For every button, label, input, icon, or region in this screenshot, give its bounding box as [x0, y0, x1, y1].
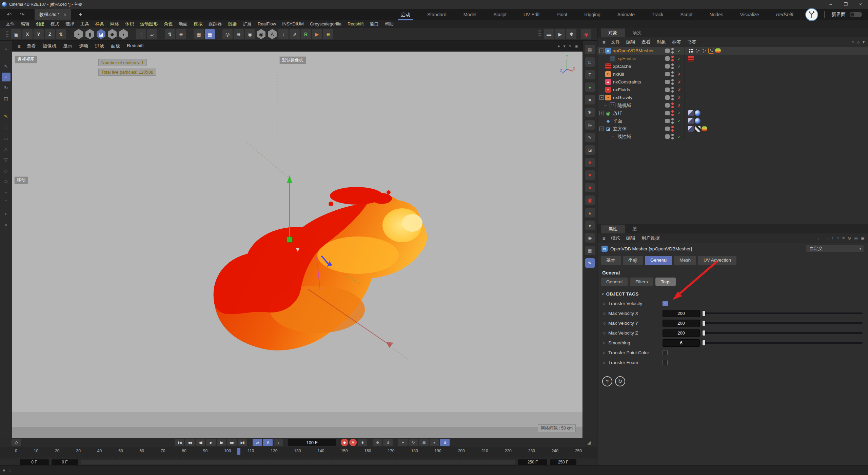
layout-tab-nodes[interactable]: Nodes — [701, 9, 731, 20]
transfer-arrows-icon[interactable]: ⇗ — [290, 29, 300, 39]
param-slider[interactable] — [704, 332, 863, 334]
attr-tab-layers[interactable]: 层 — [625, 225, 645, 233]
spline-gear-icon[interactable]: ⊕ — [234, 29, 244, 39]
vp-menu-options[interactable]: 选项 — [76, 43, 92, 49]
expand-toggle[interactable] — [599, 103, 608, 108]
object-tag-icon[interactable] — [695, 118, 701, 124]
object-name[interactable]: 立方体 — [613, 126, 627, 132]
visibility-dots[interactable] — [671, 48, 674, 54]
editor-visibility-dot[interactable] — [671, 71, 674, 74]
spacer[interactable] — [368, 439, 372, 446]
expand-toggle[interactable] — [599, 49, 604, 53]
object-tag-icon[interactable] — [708, 48, 714, 54]
object-tag-icon[interactable] — [702, 126, 707, 132]
visibility-dots[interactable] — [671, 79, 674, 85]
render-visibility-dot[interactable] — [671, 129, 674, 132]
layout-tab-track[interactable]: Track — [643, 9, 672, 20]
layer-chip[interactable] — [665, 80, 670, 84]
strip-sphere-icon[interactable]: ● — [585, 221, 595, 230]
om-menu-tags[interactable]: 标签 — [669, 39, 684, 45]
layout-tab-model[interactable]: Model — [455, 9, 485, 20]
object-tag-icon[interactable] — [695, 48, 701, 54]
layer-chip[interactable] — [665, 49, 670, 53]
menu-mograph[interactable]: 运动图形 — [137, 20, 161, 28]
layout-tab-redshift[interactable]: Redshift — [768, 9, 802, 20]
visibility-dots[interactable] — [671, 118, 674, 124]
autokey-button[interactable]: A — [349, 439, 357, 446]
tool-knife[interactable]: ⌒ — [2, 199, 11, 208]
range-end-field-2[interactable]: 250 F — [550, 459, 576, 465]
layer-chip[interactable] — [665, 72, 670, 76]
menu-mesh[interactable]: 网格 — [107, 20, 122, 28]
attr-btn-mesh[interactable]: Mesh — [674, 256, 696, 265]
attr-popout-icon[interactable]: ▣ — [861, 236, 865, 241]
document-tab[interactable]: 教程.c4d * × — [35, 9, 71, 20]
render-settings-button[interactable]: ✱ — [566, 29, 576, 39]
vp-menu-camera[interactable]: 摄像机 — [39, 43, 60, 49]
attr-search-icon[interactable]: ○ — [837, 236, 839, 241]
strip-rs-material2-icon[interactable]: ● — [585, 170, 595, 180]
vp-menu-panel[interactable]: 面板 — [107, 43, 123, 49]
visibility-dots[interactable] — [671, 134, 674, 139]
om-burger-icon[interactable]: ≡ — [600, 39, 608, 45]
object-tag-icon[interactable] — [688, 56, 694, 61]
attr-menu-userdata[interactable]: 用户数据 — [638, 235, 663, 241]
frame-ruler[interactable]: 0 10 20 30 40 50 60 — [0, 447, 597, 458]
tool-brush[interactable]: ∘ — [2, 188, 11, 197]
spacer[interactable] — [577, 29, 580, 39]
spacer[interactable] — [216, 29, 221, 39]
enable-state-icon[interactable] — [676, 72, 682, 77]
om-filter-icon[interactable]: ▾ — [863, 40, 865, 44]
object-name[interactable]: xpOpenVDBMesher — [613, 48, 654, 53]
tool-zoom[interactable]: ○ — [2, 44, 11, 53]
menu-redshift[interactable]: Redshift — [344, 20, 367, 28]
object-row[interactable]: xpOpenVDBMesher — [597, 47, 868, 55]
object-row[interactable]: nxKill — [597, 70, 868, 78]
object-row[interactable]: 放样 — [597, 109, 868, 117]
render-visibility-dot[interactable] — [671, 51, 674, 54]
menu-volume[interactable]: 体积 — [122, 20, 137, 28]
param-slider[interactable] — [704, 322, 863, 324]
object-name[interactable]: xpCache — [613, 64, 631, 69]
attr-back-icon[interactable]: ← — [817, 236, 822, 241]
menu-greyscalegorilla[interactable]: Greyscalegorilla — [307, 20, 344, 28]
spacer[interactable] — [394, 439, 397, 446]
vp-menu-view[interactable]: 查看 — [23, 43, 39, 49]
om-menu-view[interactable]: 查看 — [638, 39, 654, 45]
editor-visibility-dot[interactable] — [671, 63, 674, 66]
render-visibility-dot[interactable] — [671, 98, 674, 100]
attr-target-icon[interactable]: ◎ — [854, 236, 857, 241]
layout-tab-rigging[interactable]: Rigging — [576, 9, 609, 20]
layout-tab-visualize[interactable]: Visualize — [732, 9, 768, 20]
layout-tab-sculpt[interactable]: Sculpt — [485, 9, 515, 20]
mode-texture-icon[interactable]: ◆ — [107, 29, 117, 39]
layer-chip[interactable] — [665, 127, 670, 131]
object-row[interactable]: nxConstraints — [597, 78, 868, 86]
mode-polygon-icon[interactable]: ◪ — [96, 29, 106, 39]
tool-loop-select[interactable]: ◌ — [2, 123, 11, 132]
render-visibility-dot[interactable] — [671, 82, 674, 85]
layer-chip[interactable] — [665, 134, 670, 139]
strip-cone-icon[interactable]: ▲ — [585, 208, 595, 217]
layout-tab-startup[interactable]: 启动 — [392, 9, 419, 20]
tool-fill-select[interactable]: △ — [2, 145, 11, 153]
om-menu-bookmark[interactable]: 书签 — [684, 39, 699, 45]
om-menu-file[interactable]: 文件 — [608, 39, 623, 45]
redo-icon[interactable]: ↷ — [18, 11, 26, 18]
editor-visibility-dot[interactable] — [671, 118, 674, 120]
enable-state-icon[interactable] — [676, 103, 682, 108]
new-document-tab-button[interactable]: + — [76, 11, 84, 18]
new-ui-toggle[interactable] — [850, 12, 862, 17]
preview-range-bar[interactable] — [81, 460, 515, 464]
tool-iron[interactable]: × — [2, 221, 11, 229]
param-checkbox[interactable] — [663, 360, 668, 365]
next-key-button[interactable]: ◆▶ — [227, 439, 237, 446]
spacer[interactable] — [2, 105, 11, 110]
layout-tab-script[interactable]: Script — [672, 9, 701, 20]
vp-rows-icon[interactable]: ≡ — [569, 44, 571, 49]
object-name[interactable]: xpEmitter — [617, 56, 637, 61]
editor-visibility-dot[interactable] — [671, 134, 674, 136]
menu-animate[interactable]: 动画 — [176, 20, 191, 28]
vp-menu-filter[interactable]: 过滤 — [92, 43, 107, 49]
layout-tab-standard[interactable]: Standard — [419, 9, 455, 20]
